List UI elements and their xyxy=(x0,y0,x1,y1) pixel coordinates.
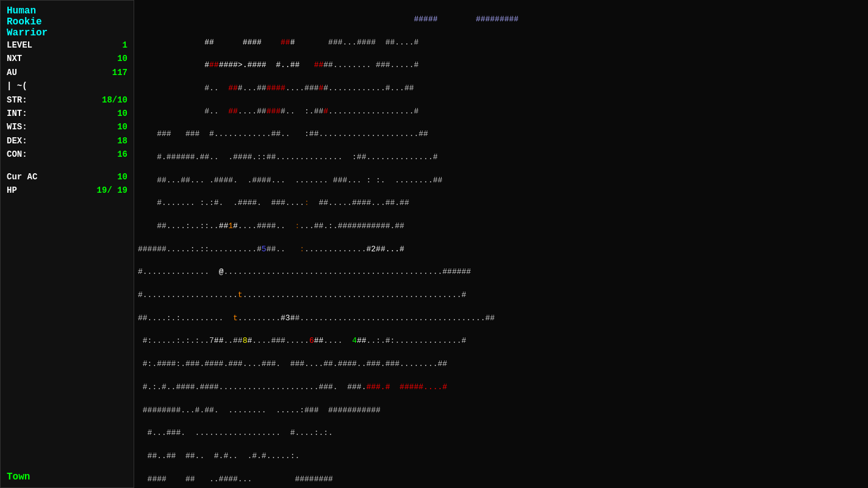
char-title: Rookie xyxy=(7,16,127,27)
str-val: 18/10 xyxy=(102,93,127,107)
town-label: Town xyxy=(7,472,30,483)
wis-val: 10 xyxy=(117,120,127,134)
level-label: LEVEL xyxy=(7,38,32,52)
hp-val: 19/ 19 xyxy=(97,184,127,197)
int-label: INT: xyxy=(7,107,27,120)
sidebar: Human Rookie Warrior LEVEL 1 NXT 10 AU 1… xyxy=(0,0,134,488)
symbol-row: | ~( xyxy=(7,79,27,93)
wis-label: WIS: xyxy=(7,120,27,134)
con-val: 16 xyxy=(117,148,127,161)
curac-label: Cur AC xyxy=(7,170,37,184)
game-map: ##### ######### ## #### ### ###...#### #… xyxy=(134,0,868,488)
int-val: 10 xyxy=(117,107,127,120)
level-val: 1 xyxy=(123,38,127,52)
char-class: Warrior xyxy=(7,27,127,38)
nxt-val: 10 xyxy=(117,52,127,65)
con-label: CON: xyxy=(7,148,27,161)
hp-label: HP xyxy=(7,184,17,197)
char-race: Human xyxy=(7,5,127,16)
au-label: AU xyxy=(7,66,17,79)
dex-label: DEX: xyxy=(7,134,27,148)
str-label: STR: xyxy=(7,93,27,107)
au-val: 117 xyxy=(112,66,127,79)
curac-val: 10 xyxy=(117,170,127,184)
nxt-label: NXT xyxy=(7,52,22,65)
dex-val: 18 xyxy=(117,134,127,148)
